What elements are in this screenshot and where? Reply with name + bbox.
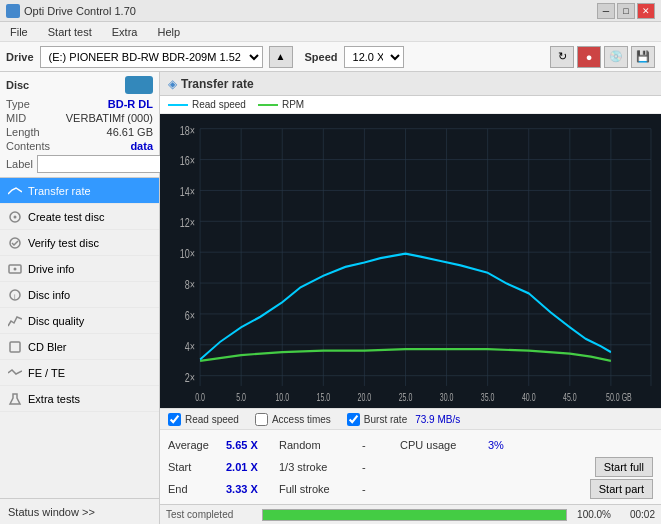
drive-label: Drive xyxy=(6,51,34,63)
content-area: ◈ Transfer rate Read speed RPM xyxy=(160,72,661,524)
svg-text:12×: 12× xyxy=(180,216,195,230)
nav-verify-test-disc[interactable]: Verify test disc xyxy=(0,230,159,256)
svg-text:50.0 GB: 50.0 GB xyxy=(606,391,632,403)
start-part-button[interactable]: Start part xyxy=(590,479,653,499)
app-icon xyxy=(6,4,20,18)
disc-section: Disc Type BD-R DL MID VERBATIMf (000) Le… xyxy=(0,72,159,178)
minimize-button[interactable]: ─ xyxy=(597,3,615,19)
drive-select[interactable]: (E:) PIONEER BD-RW BDR-209M 1.52 xyxy=(40,46,263,68)
chart-legend: Read speed RPM xyxy=(160,96,661,114)
access-times-ctrl: Access times xyxy=(255,413,331,426)
stats-row-3: End 3.33 X Full stroke - Start part xyxy=(168,478,653,500)
chart-header: ◈ Transfer rate xyxy=(160,72,661,96)
stats-row-1: Average 5.65 X Random - CPU usage 3% xyxy=(168,434,653,456)
svg-text:i: i xyxy=(14,293,16,300)
drive-icon-bar: ↻ ● 💿 💾 xyxy=(550,46,655,68)
average-label: Average xyxy=(168,439,218,451)
stroke-1-3-label: 1/3 stroke xyxy=(279,461,354,473)
stats-row-2: Start 2.01 X 1/3 stroke - Start full xyxy=(168,456,653,478)
drivebar: Drive (E:) PIONEER BD-RW BDR-209M 1.52 ▲… xyxy=(0,42,661,72)
svg-text:10×: 10× xyxy=(180,246,195,260)
sidebar: Disc Type BD-R DL MID VERBATIMf (000) Le… xyxy=(0,72,160,524)
start-full-button[interactable]: Start full xyxy=(595,457,653,477)
nav-extra-tests[interactable]: Extra tests xyxy=(0,386,159,412)
stats-area: Average 5.65 X Random - CPU usage 3% Sta… xyxy=(160,430,661,504)
speed-label: Speed xyxy=(305,51,338,63)
svg-text:0.0: 0.0 xyxy=(195,391,205,403)
disc-quality-icon xyxy=(8,314,22,328)
full-stroke-val: - xyxy=(362,483,392,495)
transfer-rate-icon xyxy=(8,184,22,198)
cpu-usage-label: CPU usage xyxy=(400,439,480,451)
rpm-color xyxy=(258,104,278,106)
drive-info-icon xyxy=(8,262,22,276)
average-val: 5.65 X xyxy=(226,439,271,451)
svg-text:10.0: 10.0 xyxy=(275,391,289,403)
start-label: Start xyxy=(168,461,218,473)
speed-select[interactable]: 12.0 X ↓ xyxy=(344,46,404,68)
end-val: 3.33 X xyxy=(226,483,271,495)
nav-create-test-disc[interactable]: Create test disc xyxy=(0,204,159,230)
status-window-button[interactable]: Status window >> xyxy=(0,498,159,524)
progress-time: 00:02 xyxy=(617,509,655,520)
svg-point-1 xyxy=(14,215,17,218)
info-button[interactable]: ● xyxy=(577,46,601,68)
legend-rpm: RPM xyxy=(258,99,304,110)
svg-text:45.0: 45.0 xyxy=(563,391,577,403)
contents-label: Contents xyxy=(6,140,50,152)
chart-svg: 18× 16× 14× 12× 10× 8× 6× 4× 2× 0.0 5.0 … xyxy=(160,114,661,408)
close-button[interactable]: ✕ xyxy=(637,3,655,19)
length-value: 46.61 GB xyxy=(107,126,153,138)
app-title: Opti Drive Control 1.70 xyxy=(24,5,136,17)
menu-file[interactable]: File xyxy=(4,24,34,40)
titlebar: Opti Drive Control 1.70 ─ □ ✕ xyxy=(0,0,661,22)
read-speed-ctrl-label: Read speed xyxy=(185,414,239,425)
nav-cd-bler[interactable]: CD Bler xyxy=(0,334,159,360)
nav-transfer-rate[interactable]: Transfer rate xyxy=(0,178,159,204)
refresh-button[interactable]: ↻ xyxy=(550,46,574,68)
legend-read-speed-label: Read speed xyxy=(192,99,246,110)
disc-section-title: Disc xyxy=(6,79,29,91)
menu-help[interactable]: Help xyxy=(151,24,186,40)
nav-disc-quality[interactable]: Disc quality xyxy=(0,308,159,334)
nav-extra-tests-label: Extra tests xyxy=(28,393,80,405)
svg-text:5.0: 5.0 xyxy=(236,391,246,403)
svg-text:20.0: 20.0 xyxy=(358,391,372,403)
mid-label: MID xyxy=(6,112,26,124)
read-speed-checkbox[interactable] xyxy=(168,413,181,426)
burn-button[interactable]: 💿 xyxy=(604,46,628,68)
chart-title-icon: ◈ xyxy=(168,77,177,91)
window-controls: ─ □ ✕ xyxy=(597,3,655,19)
chart-title: Transfer rate xyxy=(181,77,254,91)
stroke-1-3-val: - xyxy=(362,461,392,473)
svg-text:25.0: 25.0 xyxy=(399,391,413,403)
nav-disc-info[interactable]: i Disc info xyxy=(0,282,159,308)
legend-rpm-label: RPM xyxy=(282,99,304,110)
legend-read-speed: Read speed xyxy=(168,99,246,110)
save-button[interactable]: 💾 xyxy=(631,46,655,68)
start-val: 2.01 X xyxy=(226,461,271,473)
svg-text:2×: 2× xyxy=(185,370,195,384)
progress-label: Test completed xyxy=(166,509,256,520)
nav-drive-info[interactable]: Drive info xyxy=(0,256,159,282)
menu-extra[interactable]: Extra xyxy=(106,24,144,40)
full-stroke-label: Full stroke xyxy=(279,483,354,495)
chart-controls: Read speed Access times Burst rate 73.9 … xyxy=(160,408,661,430)
read-speed-ctrl: Read speed xyxy=(168,413,239,426)
nav-transfer-rate-label: Transfer rate xyxy=(28,185,91,197)
maximize-button[interactable]: □ xyxy=(617,3,635,19)
progress-track xyxy=(262,509,567,521)
svg-text:8×: 8× xyxy=(185,277,195,291)
fe-te-icon xyxy=(8,366,22,380)
access-times-ctrl-label: Access times xyxy=(272,414,331,425)
type-label: Type xyxy=(6,98,30,110)
access-times-checkbox[interactable] xyxy=(255,413,268,426)
eject-button[interactable]: ▲ xyxy=(269,46,293,68)
extra-tests-icon xyxy=(8,392,22,406)
nav-fe-te[interactable]: FE / TE xyxy=(0,360,159,386)
menubar: File Start test Extra Help xyxy=(0,22,661,42)
menu-start-test[interactable]: Start test xyxy=(42,24,98,40)
burst-rate-checkbox[interactable] xyxy=(347,413,360,426)
svg-text:35.0: 35.0 xyxy=(481,391,495,403)
svg-rect-7 xyxy=(10,342,20,352)
